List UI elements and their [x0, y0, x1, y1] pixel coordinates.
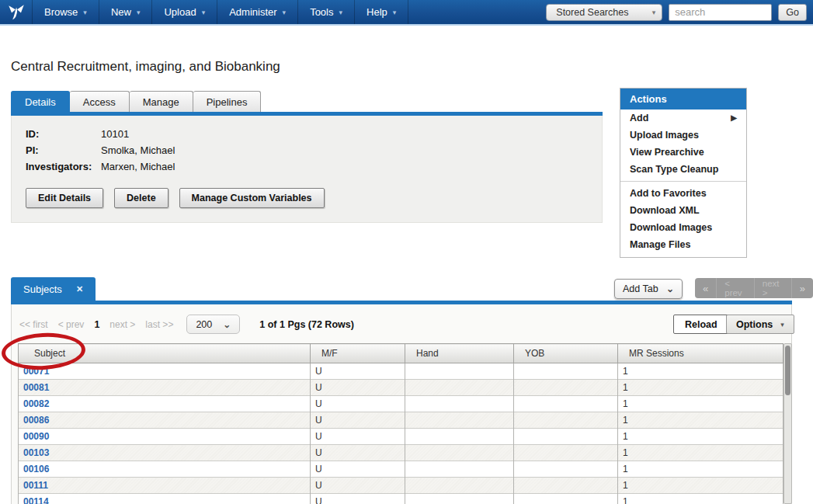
nav-menu-upload[interactable]: Upload ▾ — [152, 0, 217, 24]
cell-mr-sessions: 1 — [618, 461, 783, 478]
xnat-logo-icon[interactable] — [0, 0, 33, 24]
pagination-first-link[interactable]: << first — [19, 319, 48, 330]
reload-button[interactable]: Reload — [673, 315, 729, 334]
tab-manage[interactable]: Manage — [130, 91, 193, 112]
subject-link[interactable]: 00106 — [23, 464, 49, 474]
cell-mr-sessions: 1 — [618, 396, 783, 412]
tab-pager-first-button[interactable]: « — [695, 278, 716, 298]
subjects-panel: << first < prev 1 next > last >> 200 ⌄ 1… — [11, 304, 792, 504]
nav-menu-browse-label: Browse — [44, 6, 78, 18]
field-pi: PI: Smolka, Michael — [26, 142, 602, 158]
cell-mf: U — [311, 478, 405, 494]
subjects-table-container: Subject M/F Hand YOB MR Sessions 00071 U… — [18, 343, 783, 504]
close-tab-icon[interactable]: ✕ — [76, 284, 83, 294]
cell-hand — [405, 396, 514, 412]
subject-link[interactable]: 00114 — [23, 496, 49, 504]
top-nav-bar: Browse ▾ New ▾ Upload ▾ Administer ▾ Too… — [0, 0, 813, 26]
action-view-prearchive[interactable]: View Prearchive — [620, 144, 746, 161]
pagination-prev-link[interactable]: < prev — [58, 319, 85, 330]
tab-pipelines[interactable]: Pipelines — [193, 91, 262, 112]
cell-mr-sessions: 1 — [618, 363, 783, 380]
subject-link[interactable]: 00082 — [23, 398, 49, 409]
column-header-mf[interactable]: M/F — [311, 344, 405, 363]
field-investigators: Investigators: Marxen, Michael — [26, 158, 602, 175]
cell-mf: U — [311, 445, 405, 461]
tab-access[interactable]: Access — [70, 91, 130, 112]
action-add-to-favorites[interactable]: Add to Favorites — [620, 185, 746, 202]
action-upload-images[interactable]: Upload Images — [620, 127, 746, 144]
cell-yob — [514, 478, 618, 494]
cell-yob — [514, 396, 618, 412]
cell-hand — [405, 494, 514, 504]
chevron-down-icon: ⌄ — [223, 319, 231, 330]
delete-button[interactable]: Delete — [114, 188, 169, 208]
table-row: 00106 U 1 — [19, 461, 783, 478]
action-add[interactable]: Add ▶ — [620, 109, 746, 127]
table-header-row: Subject M/F Hand YOB MR Sessions — [19, 344, 783, 363]
column-header-hand[interactable]: Hand — [405, 344, 514, 363]
tab-pager-group: « < prev next > » — [695, 278, 813, 298]
subject-link[interactable]: 00103 — [23, 447, 49, 458]
add-tab-dropdown[interactable]: Add Tab ⌄ — [614, 279, 683, 299]
stored-searches-dropdown[interactable]: Stored Searches ▾ — [546, 4, 662, 21]
tab-pager-next-button[interactable]: next > — [754, 278, 791, 298]
stored-searches-label: Stored Searches — [556, 7, 628, 18]
cell-hand — [405, 363, 514, 380]
options-dropdown-button[interactable]: Options ▾ — [726, 315, 794, 334]
action-scan-type-cleanup[interactable]: Scan Type Cleanup — [620, 161, 746, 178]
nav-menu-help[interactable]: Help ▾ — [355, 0, 408, 24]
nav-menu-tools[interactable]: Tools ▾ — [298, 0, 355, 24]
tab-details[interactable]: Details — [11, 91, 70, 112]
table-row: 00103 U 1 — [19, 445, 783, 461]
nav-menu-new[interactable]: New ▾ — [99, 0, 153, 24]
submenu-arrow-icon: ▶ — [731, 109, 737, 127]
caret-down-icon: ▾ — [652, 9, 656, 16]
table-vertical-scrollbar[interactable] — [783, 343, 792, 504]
action-download-images[interactable]: Download Images — [620, 219, 746, 236]
action-download-xml[interactable]: Download XML — [620, 202, 746, 219]
subject-link[interactable]: 00111 — [23, 480, 48, 491]
pagination-last-link[interactable]: last >> — [145, 319, 173, 330]
field-id-label: ID: — [26, 126, 101, 142]
field-investigators-value: Marxen, Michael — [101, 158, 175, 175]
field-pi-value: Smolka, Michael — [101, 142, 175, 158]
search-input[interactable] — [669, 4, 772, 21]
subject-link[interactable]: 00081 — [23, 382, 49, 393]
nav-menu-administer-label: Administer — [229, 6, 276, 18]
edit-details-button[interactable]: Edit Details — [26, 188, 103, 208]
subject-link[interactable]: 00071 — [23, 366, 49, 377]
cell-yob — [514, 380, 618, 396]
scrollbar-thumb[interactable] — [785, 346, 790, 395]
go-button[interactable]: Go — [778, 4, 807, 21]
subject-link[interactable]: 00090 — [23, 431, 49, 442]
nav-menu-administer[interactable]: Administer ▾ — [217, 0, 298, 24]
details-fields: ID: 10101 PI: Smolka, Michael Investigat… — [12, 116, 602, 175]
tab-pager-last-button[interactable]: » — [791, 278, 813, 298]
caret-down-icon: ▾ — [202, 9, 206, 16]
action-manage-files[interactable]: Manage Files — [620, 236, 746, 253]
nav-menu-help-label: Help — [367, 6, 387, 18]
chevron-down-icon: ⌄ — [666, 283, 674, 294]
tab-subjects[interactable]: Subjects ✕ — [11, 277, 96, 301]
app-window: Browse ▾ New ▾ Upload ▾ Administer ▾ Too… — [0, 0, 813, 504]
cell-yob — [514, 445, 618, 461]
nav-menu-browse[interactable]: Browse ▾ — [33, 0, 99, 24]
column-header-mr-sessions[interactable]: MR Sessions — [618, 344, 783, 363]
project-details-panel: ID: 10101 PI: Smolka, Michael Investigat… — [11, 116, 603, 223]
cell-mr-sessions: 1 — [618, 494, 783, 504]
column-header-yob[interactable]: YOB — [514, 344, 618, 363]
table-row: 00086 U 1 — [19, 412, 783, 429]
cell-mf: U — [311, 380, 405, 396]
pagination-summary: 1 of 1 Pgs (72 Rows) — [259, 319, 354, 330]
column-header-subject[interactable]: Subject — [19, 344, 311, 363]
cell-mf: U — [311, 363, 405, 380]
pagination-next-link[interactable]: next > — [109, 319, 135, 330]
nav-menu-tools-label: Tools — [310, 6, 333, 18]
actions-menu: Actions Add ▶ Upload Images View Prearch… — [620, 88, 747, 258]
page-size-dropdown[interactable]: 200 ⌄ — [186, 315, 240, 334]
tab-pager-prev-button[interactable]: < prev — [716, 278, 754, 298]
subject-link[interactable]: 00086 — [23, 415, 49, 426]
actions-menu-divider — [620, 181, 746, 182]
cell-hand — [405, 478, 514, 494]
manage-custom-variables-button[interactable]: Manage Custom Variables — [179, 188, 325, 208]
